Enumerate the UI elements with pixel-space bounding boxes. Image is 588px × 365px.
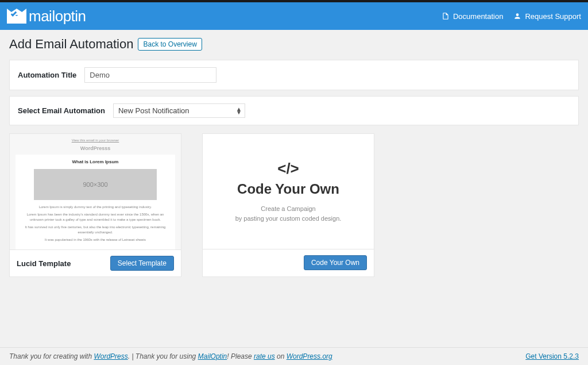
preview-p1: Lorem Ipsum is simply dummy text of the … <box>21 205 169 209</box>
select-automation-label: Select Email Automation <box>18 106 105 115</box>
code-your-own-button[interactable]: Code Your Own <box>304 255 367 270</box>
code-your-own-preview: </> Code Your Own Create a Campaign by p… <box>203 134 374 249</box>
back-to-overview-button[interactable]: Back to Overview <box>138 38 202 51</box>
preview-p4: It was popularised in the 1960s with the… <box>21 237 169 242</box>
preview-image-placeholder: 900×300 <box>34 169 157 200</box>
code-title: Code Your Own <box>237 181 339 197</box>
select-template-button[interactable]: Select Template <box>110 256 174 271</box>
preview-viewlink: View this email in your browser <box>16 139 175 142</box>
get-version-link[interactable]: Get Version 5.2.3 <box>525 352 579 360</box>
rate-us-link[interactable]: rate us <box>254 352 275 360</box>
lucid-preview: View this email in your browser WordPres… <box>10 134 181 249</box>
documentation-link[interactable]: Documentation <box>442 12 503 21</box>
request-support-link[interactable]: Request Support <box>513 12 581 21</box>
document-icon <box>442 12 450 20</box>
preview-p3: It has survived not only five centuries,… <box>21 225 169 235</box>
wporg-link[interactable]: WordPress.org <box>287 352 332 360</box>
documentation-label: Documentation <box>453 12 503 21</box>
footer-text: Thank you for creating with WordPress. |… <box>9 352 332 360</box>
template-card-lucid: View this email in your browser WordPres… <box>9 133 181 277</box>
lucid-name: Lucid Template <box>17 259 71 268</box>
mailoptin-link[interactable]: MailOptin <box>198 352 227 360</box>
page-title-row: Add Email Automation Back to Overview <box>9 37 579 52</box>
mailoptin-logo-icon <box>7 9 26 24</box>
support-label: Request Support <box>525 12 581 21</box>
person-icon <box>513 12 521 20</box>
preview-brand: WordPresss <box>16 145 175 151</box>
svg-point-0 <box>516 13 519 16</box>
automation-type-select[interactable]: New Post Notification <box>113 103 245 118</box>
brand-logo[interactable]: mailoptin <box>7 7 86 25</box>
lucid-footer: Lucid Template Select Template <box>10 249 181 276</box>
header: mailoptin Documentation Request Support <box>0 2 588 30</box>
automation-title-panel: Automation Title <box>9 60 579 90</box>
wordpress-link[interactable]: WordPress <box>94 352 127 360</box>
select-automation-panel: Select Email Automation New Post Notific… <box>9 96 579 125</box>
template-card-code: </> Code Your Own Create a Campaign by p… <box>202 133 374 277</box>
template-cards: View this email in your browser WordPres… <box>9 133 579 277</box>
page-title: Add Email Automation <box>9 37 133 52</box>
code-sub: Create a Campaign by pasting your custom… <box>235 204 342 223</box>
automation-title-label: Automation Title <box>18 71 76 79</box>
brand-text: mailoptin <box>29 7 86 25</box>
footer: Thank you for creating with WordPress. |… <box>0 347 588 365</box>
automation-title-input[interactable] <box>84 67 216 83</box>
preview-heading: What is Lorem Ipsum <box>21 159 169 164</box>
code-icon: </> <box>277 160 299 178</box>
code-footer: Code Your Own <box>203 249 374 276</box>
preview-p2: Lorem Ipsum has been the industry's stan… <box>21 212 169 222</box>
page-body: Add Email Automation Back to Overview Au… <box>0 30 588 284</box>
